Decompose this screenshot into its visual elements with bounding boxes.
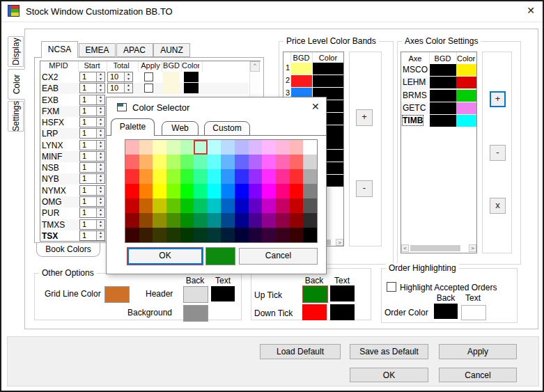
palette-cell[interactable]	[235, 198, 249, 213]
background-swatch[interactable]	[183, 305, 208, 322]
spinner-down-icon[interactable]: ▼	[97, 179, 104, 184]
palette-cell[interactable]	[194, 169, 208, 184]
palette-cell[interactable]	[276, 184, 290, 198]
axe-bgd-swatch[interactable]	[430, 77, 456, 88]
palette-cell[interactable]	[153, 169, 166, 184]
axe-bgd-swatch[interactable]	[430, 90, 456, 102]
start-spinner[interactable]: 1▲▼	[79, 219, 105, 230]
start-spinner[interactable]: 1▲▼	[79, 151, 105, 162]
spinner-down-icon[interactable]: ▼	[97, 235, 104, 240]
scroll-left-icon[interactable]: <	[401, 244, 409, 252]
close-icon[interactable]: ✕	[311, 101, 320, 112]
axe-label[interactable]: BRMS	[403, 91, 427, 100]
palette-cell[interactable]	[290, 228, 304, 242]
grid-line-color-swatch[interactable]	[104, 286, 130, 303]
palette-cell[interactable]	[221, 228, 235, 242]
spinner-arrows[interactable]: ▲▼	[124, 84, 132, 93]
palette-cell[interactable]	[262, 184, 276, 198]
start-spinner[interactable]: 1▲▼	[79, 128, 105, 139]
tab-ncsa[interactable]: NCSA	[41, 41, 78, 58]
price-remove-button[interactable]: -	[356, 180, 373, 197]
palette-cell[interactable]	[194, 155, 208, 169]
palette-cell[interactable]	[221, 198, 235, 213]
apply-button[interactable]: Apply	[439, 344, 517, 359]
spinner-arrows[interactable]: ▲▼	[96, 163, 104, 172]
palette-cell[interactable]	[249, 213, 263, 228]
side-tab-settings[interactable]: Settings	[8, 101, 24, 132]
axes-scroll-thumb[interactable]	[410, 245, 460, 251]
up-tick-back-swatch[interactable]	[302, 285, 328, 303]
spinner-down-icon[interactable]: ▼	[97, 134, 104, 139]
palette-cell[interactable]	[235, 155, 249, 169]
palette-cell[interactable]	[208, 228, 222, 242]
axe-label[interactable]: TIMB	[403, 116, 423, 125]
band-bgd-swatch[interactable]	[291, 63, 312, 75]
palette-cell[interactable]	[303, 198, 317, 213]
bgd-swatch[interactable]	[163, 72, 180, 83]
palette-cell[interactable]	[235, 228, 249, 242]
palette-cell[interactable]	[262, 228, 276, 242]
start-spinner[interactable]: 1▲▼	[79, 140, 105, 150]
palette-cell[interactable]	[194, 140, 208, 155]
palette-cell[interactable]	[290, 198, 304, 213]
apply-checkbox[interactable]	[144, 84, 153, 93]
order-back-swatch[interactable]	[434, 304, 458, 319]
palette-cell[interactable]	[262, 155, 276, 169]
tab-emea[interactable]: EMEA	[79, 43, 116, 57]
palette-cell[interactable]	[153, 140, 166, 155]
palette-cell[interactable]	[221, 169, 235, 184]
palette-cell[interactable]	[194, 228, 208, 242]
palette-cell[interactable]	[194, 198, 208, 213]
start-spinner[interactable]: 1▲▼	[79, 106, 105, 116]
total-spinner[interactable]: 10▲▼	[107, 72, 133, 82]
spinner-down-icon[interactable]: ▼	[97, 100, 104, 104]
up-tick-text-swatch[interactable]	[330, 285, 355, 301]
tab-aunz[interactable]: AUNZ	[153, 43, 190, 57]
palette-cell[interactable]	[303, 155, 317, 169]
axes-delete-button[interactable]: x	[490, 198, 506, 214]
axe-label[interactable]: GETC	[403, 103, 426, 113]
start-spinner[interactable]: 1▲▼	[79, 72, 105, 82]
palette-cell[interactable]	[290, 140, 304, 155]
palette-cell[interactable]	[139, 213, 153, 228]
spinner-down-icon[interactable]: ▼	[97, 201, 104, 206]
band-color-swatch[interactable]	[313, 75, 343, 87]
palette-cell[interactable]	[249, 169, 263, 184]
spinner-arrows[interactable]: ▲▼	[96, 84, 104, 93]
palette-cell[interactable]	[303, 169, 317, 184]
palette-cell[interactable]	[208, 198, 222, 213]
header-back-swatch[interactable]	[183, 286, 208, 303]
palette-cell[interactable]	[208, 213, 222, 228]
palette-cell[interactable]	[276, 169, 290, 184]
spinner-down-icon[interactable]: ▼	[125, 77, 132, 82]
color-swatch[interactable]	[184, 83, 199, 93]
palette-cell[interactable]	[139, 140, 153, 155]
save-as-default-button[interactable]: Save as Default	[350, 344, 428, 359]
side-tab-color[interactable]: Color	[8, 69, 25, 100]
palette-cell[interactable]	[303, 184, 317, 198]
spinner-down-icon[interactable]: ▼	[97, 168, 104, 173]
palette-cell[interactable]	[180, 198, 194, 213]
band-color-swatch[interactable]	[313, 63, 343, 75]
palette-cell[interactable]	[208, 140, 222, 155]
axe-color-swatch[interactable]	[456, 90, 476, 102]
palette-cell[interactable]	[125, 198, 139, 213]
down-tick-text-swatch[interactable]	[330, 304, 355, 320]
header-text-swatch[interactable]	[211, 286, 235, 301]
palette-cell[interactable]	[180, 184, 194, 198]
spinner-down-icon[interactable]: ▼	[97, 77, 104, 82]
spinner-down-icon[interactable]: ▼	[97, 111, 104, 116]
palette-cell[interactable]	[208, 184, 222, 198]
scroll-up-icon[interactable]: ^	[250, 61, 260, 72]
dialog-tab-palette[interactable]: Palette	[111, 118, 155, 136]
spinner-arrows[interactable]: ▲▼	[96, 118, 104, 127]
palette-cell[interactable]	[221, 140, 235, 155]
palette-cell[interactable]	[303, 228, 317, 242]
spinner-arrows[interactable]: ▲▼	[124, 72, 132, 81]
palette-cell[interactable]	[208, 169, 222, 184]
start-spinner[interactable]: 1▲▼	[79, 196, 105, 207]
spinner-down-icon[interactable]: ▼	[97, 145, 104, 150]
palette-cell[interactable]	[139, 155, 153, 169]
palette-cell[interactable]	[249, 140, 263, 155]
palette-cell[interactable]	[125, 184, 139, 198]
